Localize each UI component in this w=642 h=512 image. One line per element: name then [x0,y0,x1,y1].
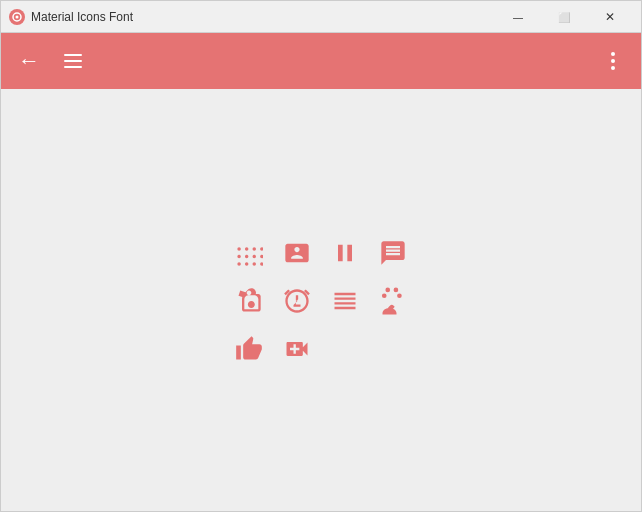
close-icon [605,10,615,24]
back-button[interactable]: ← [9,41,49,81]
more-options-icon [611,52,615,70]
grain-icon [229,233,269,273]
thumbs-up-icon [229,329,269,369]
hamburger-icon [64,54,82,68]
back-arrow-icon: ← [18,48,40,74]
alarm-snooze-icon [277,281,317,321]
reorder-icon [325,281,365,321]
add-video-icon [277,329,317,369]
pause-icon [325,233,365,273]
svg-point-1 [16,15,19,18]
minimize-icon [513,11,523,23]
app-toolbar: ← [1,33,641,89]
window-controls [495,1,633,33]
main-content [1,89,641,512]
contact-card-icon [277,233,317,273]
close-button[interactable] [587,1,633,33]
pets-icon [373,281,413,321]
radio-icon [229,281,269,321]
minimize-button[interactable] [495,1,541,33]
title-bar: Material Icons Font [1,1,641,33]
chat-icon [373,233,413,273]
more-options-button[interactable] [593,41,633,81]
icon-grid [229,233,413,369]
restore-icon [558,11,570,23]
restore-button[interactable] [541,1,587,33]
app-icon [9,9,25,25]
window-title: Material Icons Font [31,10,495,24]
menu-button[interactable] [53,41,93,81]
